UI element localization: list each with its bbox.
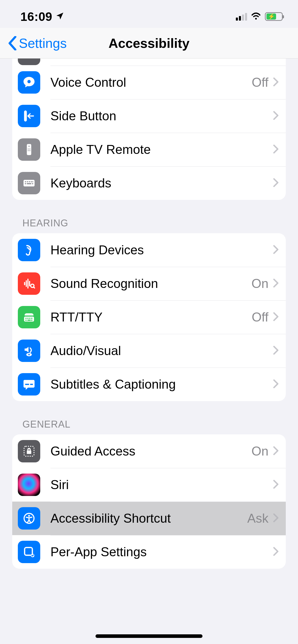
svg-rect-25 [25,318,26,319]
svg-rect-30 [28,320,31,321]
row-label: Hearing Devices [50,243,273,257]
chevron-right-icon [273,144,279,155]
chevron-right-icon [273,547,279,557]
svg-rect-34 [25,384,29,385]
row-audio-visual[interactable]: Audio/Visual [12,334,286,368]
status-left: 16:09 [20,10,64,24]
row-value: On [251,276,268,291]
svg-rect-11 [27,181,28,182]
row-voice-control[interactable]: Voice Control Off [12,66,286,99]
chevron-right-icon [273,479,279,490]
svg-rect-31 [31,320,32,321]
chevron-right-icon [273,111,279,121]
row-sound-recognition[interactable]: Sound Recognition On [12,267,286,300]
row-subtitles-captioning[interactable]: Subtitles & Captioning [12,368,286,401]
row-keyboards[interactable]: Keyboards [12,166,286,200]
chevron-right-icon [273,345,279,356]
back-button[interactable]: Settings [8,36,67,51]
cellular-signal-icon [236,12,247,21]
row-label: Accessibility Shortcut [50,511,247,526]
row-value: Ask [247,511,268,526]
home-indicator[interactable] [96,634,202,638]
status-time: 16:09 [20,10,52,24]
row-rtt-tty[interactable]: RTT/TTY Off [12,300,286,334]
row-label: Keyboards [50,176,273,191]
chevron-right-icon [273,513,279,524]
chevron-right-icon [273,245,279,255]
section-header-hearing: HEARING [12,200,286,233]
group-general: Guided Access On Siri Accessibility Shor… [12,434,286,569]
row-label: Siri [50,477,273,492]
content: Voice Control Off Side Button Apple TV R… [0,58,298,584]
guided-access-icon [18,440,40,462]
row-label: Per-App Settings [50,545,273,559]
row-apple-tv-remote[interactable]: Apple TV Remote [12,133,286,166]
svg-point-8 [29,150,30,151]
row-label: Subtitles & Captioning [50,377,273,392]
svg-rect-17 [32,183,33,184]
battery-charging-icon: ⚡ [265,12,283,21]
page-title: Accessibility [109,36,189,51]
row-label: Apple TV Remote [50,142,273,157]
back-label: Settings [19,36,67,51]
svg-point-5 [28,149,29,150]
section-header-general: GENERAL [12,401,286,434]
svg-point-4 [29,146,30,147]
row-hearing-devices[interactable]: Hearing Devices [12,233,286,267]
svg-rect-1 [25,111,26,121]
ear-icon [18,239,40,261]
subtitles-icon [18,373,40,396]
row-label: Side Button [50,109,273,123]
row-accessibility-shortcut[interactable]: Accessibility Shortcut Ask [12,502,286,535]
chevron-right-icon [273,278,279,289]
svg-rect-14 [32,181,33,182]
svg-point-6 [29,149,30,150]
row-partial-previous[interactable] [12,58,286,66]
apple-tv-remote-icon [18,138,40,161]
row-per-app-settings[interactable]: Per-App Settings [12,535,286,569]
per-app-settings-icon [18,541,40,563]
svg-rect-10 [25,181,26,182]
row-value: Off [252,75,268,90]
row-value: On [251,444,268,459]
svg-rect-16 [27,183,31,184]
row-siri[interactable]: Siri [12,468,286,502]
row-label: Voice Control [50,75,252,90]
svg-line-23 [34,287,35,288]
svg-point-7 [28,150,29,151]
svg-rect-29 [25,320,26,321]
nav-bar: Settings Accessibility [0,28,298,58]
row-value: Off [252,310,268,325]
chevron-right-icon [273,312,279,323]
keyboards-icon [18,172,40,194]
rtt-tty-icon [18,306,40,328]
svg-rect-15 [25,183,26,184]
svg-rect-28 [31,318,32,319]
svg-rect-24 [24,317,34,322]
accessibility-shortcut-icon [18,507,40,530]
row-side-button[interactable]: Side Button [12,99,286,133]
siri-icon [18,474,40,496]
sound-recognition-icon [18,272,40,295]
row-label: Guided Access [50,444,251,459]
svg-point-33 [28,354,30,355]
svg-point-38 [28,515,30,517]
chevron-right-icon [273,178,279,188]
svg-rect-3 [27,144,31,155]
audio-visual-icon [18,340,40,362]
chevron-right-icon [273,379,279,390]
location-arrow-icon [55,11,64,22]
partial-icon [18,58,40,65]
chevron-right-icon [273,446,279,457]
wifi-icon [251,11,261,22]
row-guided-access[interactable]: Guided Access On [12,434,286,468]
svg-rect-39 [25,548,32,555]
row-label: Audio/Visual [50,343,273,358]
svg-rect-13 [31,181,32,182]
svg-rect-26 [28,318,29,319]
svg-rect-35 [30,384,33,385]
group-physical-motor: Voice Control Off Side Button Apple TV R… [12,58,286,200]
status-right: ⚡ [236,11,283,22]
side-button-icon [18,105,40,127]
group-hearing: Hearing Devices Sound Recognition On RTT… [12,233,286,401]
